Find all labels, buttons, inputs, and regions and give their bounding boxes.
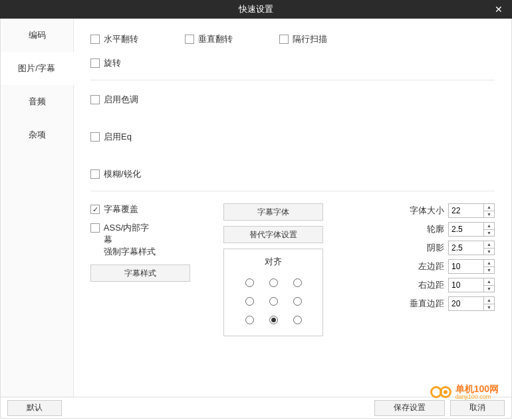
settings-panel: 水平翻转 垂直翻转 隔行扫描 旋转 启用色调 启用Eq 模糊/锐化 ✓字幕覆盖 … [74, 19, 511, 397]
label-outline: 轮廓 [410, 223, 444, 235]
chevron-down-icon[interactable]: ▼ [484, 286, 494, 292]
label-margin-v: 垂直边距 [410, 298, 444, 310]
input-shadow[interactable] [449, 241, 483, 255]
input-margin-r[interactable] [449, 278, 483, 292]
input-font-size[interactable] [449, 204, 483, 217]
checkbox-icon [90, 35, 100, 44]
checkbox-force-style[interactable]: ASS/内部字幕强制字幕样式 [90, 222, 157, 258]
watermark-name: 单机100网 [455, 384, 499, 393]
chevron-down-icon[interactable]: ▼ [484, 304, 494, 311]
spinner-margin-l[interactable]: ▲▼ [448, 259, 495, 274]
checkbox-icon [90, 169, 100, 179]
align-radio-8[interactable] [293, 316, 302, 324]
watermark-url: danji100.com [455, 393, 499, 400]
checkbox-checked-icon: ✓ [90, 205, 100, 214]
divider [90, 191, 495, 191]
alt-font-button[interactable]: 替代字体设置 [223, 226, 323, 243]
chevron-down-icon[interactable]: ▼ [484, 211, 494, 218]
checkbox-interlace[interactable]: 隔行扫描 [279, 33, 327, 45]
tab-list: 编码 图片/字幕 音频 杂项 [1, 19, 74, 397]
align-radio-0[interactable] [245, 278, 254, 287]
save-button[interactable]: 保存设置 [374, 400, 445, 416]
checkbox-vflip[interactable]: 垂直翻转 [185, 33, 233, 45]
chevron-up-icon[interactable]: ▲ [484, 278, 494, 286]
close-icon: ✕ [495, 4, 503, 15]
label-margin-l: 左边距 [410, 261, 444, 272]
checkbox-sub-override[interactable]: ✓字幕覆盖 [90, 203, 157, 215]
input-margin-l[interactable] [449, 260, 483, 273]
spinner-font-size[interactable]: ▲▼ [448, 203, 495, 218]
chevron-up-icon[interactable]: ▲ [484, 223, 494, 230]
chevron-up-icon[interactable]: ▲ [484, 260, 494, 267]
align-radio-4[interactable] [269, 297, 278, 306]
checkbox-icon [279, 35, 289, 44]
window-title: 快速设置 [239, 3, 273, 15]
alignment-grid [237, 273, 309, 329]
checkbox-icon [90, 223, 100, 233]
align-radio-1[interactable] [269, 278, 278, 287]
label-margin-r: 右边距 [410, 279, 444, 291]
divider [90, 80, 495, 80]
align-radio-5[interactable] [293, 297, 302, 306]
checkbox-hflip[interactable]: 水平翻转 [90, 33, 138, 45]
footer-bar: 默认 保存设置 取消 [0, 397, 512, 419]
label-shadow: 阴影 [410, 242, 444, 254]
chevron-down-icon[interactable]: ▼ [484, 230, 494, 237]
checkbox-icon [90, 132, 100, 142]
align-radio-2[interactable] [293, 278, 302, 287]
checkbox-eq[interactable]: 启用Eq [90, 131, 132, 143]
input-margin-v[interactable] [449, 297, 483, 310]
checkbox-hue[interactable]: 启用色调 [90, 94, 138, 106]
checkbox-icon [90, 95, 100, 104]
align-radio-7[interactable] [269, 316, 278, 324]
subtitle-font-button[interactable]: 字幕字体 [223, 203, 323, 221]
checkbox-blur[interactable]: 模糊/锐化 [90, 168, 141, 180]
tab-audio[interactable]: 音频 [1, 85, 73, 118]
checkbox-icon [90, 58, 100, 68]
default-button[interactable]: 默认 [7, 400, 62, 416]
tab-image-subtitle[interactable]: 图片/字幕 [1, 52, 74, 85]
chevron-up-icon[interactable]: ▲ [484, 241, 494, 249]
chevron-up-icon[interactable]: ▲ [484, 297, 494, 304]
checkbox-rotate[interactable]: 旋转 [90, 57, 121, 69]
cancel-button[interactable]: 取消 [450, 400, 505, 416]
label-font-size: 字体大小 [410, 205, 444, 217]
title-bar: 快速设置 ✕ [0, 0, 512, 19]
content-area: 编码 图片/字幕 音频 杂项 水平翻转 垂直翻转 隔行扫描 旋转 启用色调 启用… [0, 19, 512, 397]
chevron-down-icon[interactable]: ▼ [484, 249, 494, 255]
chevron-up-icon[interactable]: ▲ [484, 204, 494, 211]
close-button[interactable]: ✕ [485, 0, 512, 19]
watermark: 单机100网 danji100.com [430, 384, 499, 400]
spinner-outline[interactable]: ▲▼ [448, 222, 495, 237]
tab-misc[interactable]: 杂项 [1, 118, 73, 152]
align-radio-3[interactable] [245, 297, 254, 306]
checkbox-icon [185, 35, 194, 44]
numeric-fields: 字体大小 ▲▼ 轮廓 ▲▼ 阴影 ▲▼ 左边距 ▲▼ 右边距 ▲▼ 垂直边距 ▲… [410, 203, 495, 311]
watermark-icon [430, 385, 453, 399]
input-outline[interactable] [449, 223, 483, 236]
spinner-margin-v[interactable]: ▲▼ [448, 296, 495, 311]
chevron-down-icon[interactable]: ▼ [484, 267, 494, 274]
alignment-title: 对齐 [237, 256, 309, 268]
subtitle-style-button[interactable]: 字幕样式 [90, 264, 190, 282]
tab-encode[interactable]: 编码 [1, 19, 73, 52]
align-radio-6[interactable] [245, 316, 254, 324]
spinner-margin-r[interactable]: ▲▼ [448, 278, 495, 292]
spinner-shadow[interactable]: ▲▼ [448, 241, 495, 255]
alignment-group: 对齐 [223, 249, 323, 336]
